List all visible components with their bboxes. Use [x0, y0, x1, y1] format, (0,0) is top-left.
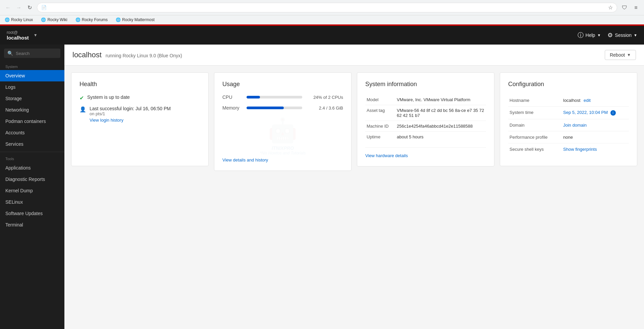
sysinfo-uptime-value: about 5 hours — [395, 132, 486, 142]
sidebar-item-selinux[interactable]: SELinux — [0, 196, 64, 208]
config-hostname-text: localhost — [563, 98, 580, 103]
user-menu-chevron[interactable]: ▼ — [34, 33, 38, 38]
sidebar-item-logs[interactable]: Logs — [0, 81, 64, 93]
configuration-card: Configuration Hostname localhost edit Sy… — [500, 72, 637, 166]
watermark-brand: ITNIXPRO — [260, 145, 306, 151]
session-button[interactable]: ⚙ Session ▼ — [607, 31, 637, 39]
config-perf-value: none — [562, 131, 629, 143]
config-hostname-edit-link[interactable]: edit — [584, 98, 591, 103]
sysinfo-asset-label: Asset tag — [365, 105, 395, 121]
config-time-row: System time Sep 5, 2022, 10:04 PM i — [508, 107, 629, 119]
sidebar-item-podman-containers[interactable]: Podman containers — [0, 116, 64, 127]
address-bar[interactable]: 📄 localhost:9090/system ☆ — [37, 3, 617, 12]
help-chevron-icon: ▼ — [597, 33, 601, 37]
sidebar-item-storage[interactable]: Storage — [0, 93, 64, 104]
top-bar: root@ localhost ▼ ⓘ Help ▼ ⚙ Session ▼ — [0, 26, 644, 45]
system-time-info-icon[interactable]: i — [610, 110, 616, 116]
usage-card-title: Usage — [222, 81, 343, 88]
menu-icon[interactable]: ≡ — [631, 3, 641, 12]
bookmark-rocky-wiki-label: Rocky Wiki — [47, 17, 67, 22]
memory-bar-container — [247, 107, 302, 109]
top-bar-right: ⓘ Help ▼ ⚙ Session ▼ — [578, 31, 637, 39]
view-login-history-link[interactable]: View login history — [90, 118, 123, 123]
sysinfo-table: Model VMware, Inc. VMware Virtual Platfo… — [365, 94, 486, 142]
view-details-link[interactable]: View details and history — [222, 157, 268, 162]
sysinfo-asset-value: VMware-56 4d 8f c2 dd bc 56 8a-ce e7 35 … — [395, 105, 486, 121]
health-login-item: 👤 Last successful login: Jul 16, 06:50 P… — [79, 106, 200, 123]
shield-icon[interactable]: 🛡 — [620, 3, 629, 12]
dashboard: Health ✔ System is up to date 👤 Last suc… — [64, 66, 644, 329]
session-gear-icon: ⚙ — [607, 31, 613, 39]
bookmark-rocky-wiki[interactable]: 🌐 Rocky Wiki — [40, 17, 68, 23]
bookmark-rocky-mattermost-label: Rocky Mattermost — [122, 17, 155, 22]
page-title-area: localhost running Rocky Linux 9.0 (Blue … — [72, 51, 182, 59]
main-content: localhost running Rocky Linux 9.0 (Blue … — [64, 45, 644, 329]
config-hostname-value: localhost edit — [562, 94, 629, 107]
reboot-chevron-icon: ▼ — [627, 53, 631, 57]
user-label: root@ — [7, 30, 29, 35]
rocky-wiki-bookmark-icon: 🌐 — [41, 17, 46, 22]
session-label: Session — [615, 32, 632, 38]
bookmark-star-icon[interactable]: ☆ — [608, 4, 613, 11]
help-icon: ⓘ — [578, 31, 584, 39]
back-button[interactable]: ← — [3, 3, 13, 12]
page-subtitle: running Rocky Linux 9.0 (Blue Onyx) — [106, 53, 182, 58]
sidebar-item-applications[interactable]: Applications — [0, 162, 64, 174]
config-show-fingerprints-link[interactable]: Show fingerprints — [563, 147, 597, 152]
sysinfo-asset-row: Asset tag VMware-56 4d 8f c2 dd bc 56 8a… — [365, 105, 486, 121]
sidebar-search-container: 🔍 — [0, 45, 64, 62]
cpu-bar-container — [247, 96, 302, 98]
system-info-card: System information Model VMware, Inc. VM… — [357, 72, 494, 167]
health-login-location: on pts/1 — [90, 111, 171, 116]
search-icon: 🔍 — [7, 51, 13, 56]
config-join-domain-link[interactable]: Join domain — [563, 123, 587, 128]
rocky-mattermost-bookmark-icon: 🌐 — [116, 17, 121, 22]
sidebar-item-terminal[interactable]: Terminal — [0, 219, 64, 231]
watermark: 🤖 ITNIXPRO *Nix Howtos and Tutorials — [260, 117, 306, 155]
bookmark-rocky-mattermost[interactable]: 🌐 Rocky Mattermost — [114, 17, 156, 23]
config-domain-label: Domain — [508, 119, 562, 131]
help-button[interactable]: ⓘ Help ▼ — [578, 31, 601, 39]
bookmark-rocky-linux[interactable]: 🌐 Rocky Linux — [3, 17, 34, 23]
search-box[interactable]: 🔍 — [4, 49, 60, 58]
config-table: Hostname localhost edit System time Sep … — [508, 94, 629, 155]
config-system-time-link[interactable]: Sep 5, 2022, 10:04 PM — [563, 110, 608, 115]
sidebar-separator — [0, 152, 64, 152]
sidebar-item-software-updates[interactable]: Software Updates — [0, 208, 64, 219]
cpu-label: CPU — [222, 94, 243, 100]
forward-button[interactable]: → — [14, 3, 23, 12]
sidebar-item-networking[interactable]: Networking — [0, 104, 64, 116]
sysinfo-uptime-label: Uptime — [365, 132, 395, 142]
config-card-title: Configuration — [508, 81, 629, 88]
config-hostname-row: Hostname localhost edit — [508, 94, 629, 107]
reboot-button[interactable]: Reboot ▼ — [605, 50, 636, 60]
health-card-title: Health — [79, 81, 200, 88]
bookmark-rocky-forums[interactable]: 🌐 Rocky Forums — [74, 17, 109, 23]
reload-button[interactable]: ↻ — [25, 3, 34, 12]
sidebar-item-services[interactable]: Services — [0, 138, 64, 150]
bookmark-rocky-linux-label: Rocky Linux — [11, 17, 33, 22]
sidebar-item-accounts[interactable]: Accounts — [0, 127, 64, 138]
config-ssh-row: Secure shell keys Show fingerprints — [508, 143, 629, 155]
page-hostname: localhost — [72, 51, 102, 59]
browser-action-buttons: 🛡 ≡ — [620, 3, 641, 12]
sysinfo-machineid-label: Machine ID — [365, 121, 395, 132]
memory-usage-row: Memory 2.4 / 3.6 GiB — [222, 105, 343, 111]
url-input[interactable]: localhost:9090/system — [49, 5, 605, 10]
watermark-robot-icon: 🤖 — [260, 117, 306, 144]
search-input[interactable] — [16, 51, 64, 56]
view-hardware-details-link[interactable]: View hardware details — [365, 153, 408, 158]
check-icon: ✔ — [79, 95, 84, 101]
sidebar-item-kernel-dump[interactable]: Kernel Dump — [0, 185, 64, 196]
sidebar-item-diagnostic-reports[interactable]: Diagnostic Reports — [0, 174, 64, 185]
sidebar-section-system: System — [0, 62, 64, 70]
user-info: root@ localhost — [7, 30, 29, 41]
config-perf-row: Performance profile none — [508, 131, 629, 143]
config-domain-value: Join domain — [562, 119, 629, 131]
app-layout: 🔍 System Overview Logs Storage Networkin… — [0, 45, 644, 329]
sidebar-item-overview[interactable]: Overview — [0, 70, 64, 81]
sysinfo-model-label: Model — [365, 94, 395, 105]
topbar-hostname: localhost — [7, 35, 29, 41]
memory-label: Memory — [222, 105, 243, 111]
bookmark-rocky-forums-label: Rocky Forums — [82, 17, 108, 22]
